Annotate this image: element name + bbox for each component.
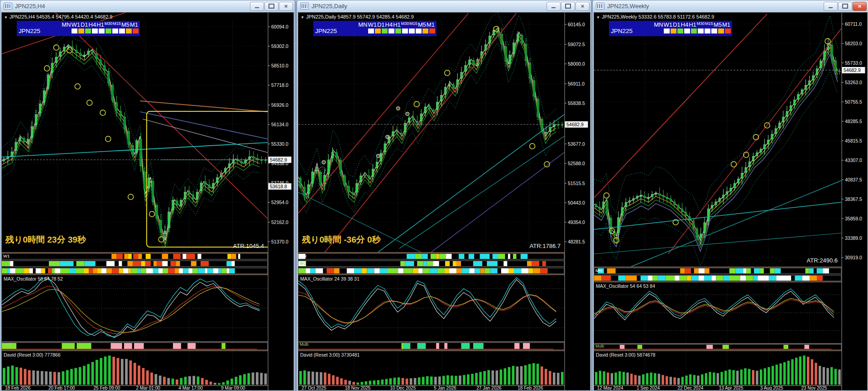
axis-text: 51370.0: [271, 239, 288, 244]
axis-text: 48285.5: [845, 119, 862, 124]
oscillator-label: MAX_Oscillator 58 64 78 52: [4, 276, 63, 281]
tf-m5[interactable]: M5: [121, 21, 129, 28]
tf-status-square[interactable]: [126, 29, 132, 33]
tf-m15[interactable]: M15: [705, 21, 713, 26]
minimize-button[interactable]: [547, 2, 561, 11]
tf-status-square[interactable]: [718, 29, 724, 33]
tf-m15[interactable]: M15: [409, 21, 417, 26]
tf-w1[interactable]: W1: [71, 21, 80, 28]
atr-value: ATR:2490.6: [807, 257, 838, 264]
tf-w1[interactable]: W1: [663, 21, 672, 28]
chart-canvas[interactable]: ⚙⚙⚙⚙⚙óóó1008050200ó4539785257570960145.0…: [298, 13, 589, 390]
tf-m1[interactable]: M1: [427, 21, 435, 28]
chart-body: ⚙⚙⚙⚙⚙óóó1008050200ó4539785257570960145.0…: [298, 12, 590, 391]
axis-text: 55838.5: [568, 100, 585, 106]
tf-mn[interactable]: MN: [62, 21, 71, 28]
signal-circle-icon: [414, 101, 419, 107]
timeframe-panel: MNW1D1H4H1M30M15M5M1 JPN225: [313, 21, 436, 36]
restore-button[interactable]: [264, 2, 278, 11]
axis-text: 10 Dec 2025: [390, 386, 416, 390]
axis-text: 50755.5: [845, 99, 862, 105]
tf-status-square[interactable]: [92, 29, 98, 33]
tf-status-square[interactable]: [133, 29, 139, 33]
tf-status-square[interactable]: [684, 29, 690, 33]
tf-m5[interactable]: M5: [714, 21, 722, 28]
tf-h4[interactable]: H4: [681, 21, 689, 28]
close-button[interactable]: ×: [853, 2, 867, 11]
gear-marker-icon: ⚙: [321, 159, 326, 166]
axis-text: 2 Mar 01:00: [136, 386, 160, 390]
close-button[interactable]: ×: [279, 2, 293, 11]
tf-m30[interactable]: M30: [105, 21, 113, 26]
titlebar[interactable]: JPN225,Daily ×: [297, 0, 591, 12]
tf-h1[interactable]: H1: [96, 21, 104, 28]
tf-status-square[interactable]: [368, 29, 374, 33]
tf-h1[interactable]: H1: [393, 21, 401, 28]
tf-status-square[interactable]: [422, 29, 428, 33]
tf-status-square[interactable]: [416, 29, 422, 33]
signal-circle-icon: [75, 84, 80, 89]
restore-button[interactable]: [561, 2, 575, 11]
tf-status-square[interactable]: [106, 29, 111, 33]
close-icon: ×: [858, 3, 862, 10]
tf-status-square[interactable]: [112, 29, 118, 33]
chart-window-icon: [4, 3, 12, 10]
tf-status-square[interactable]: [78, 29, 84, 33]
tf-w1[interactable]: W1: [368, 21, 377, 28]
ohlc-header[interactable]: ▼JPN225,Weekly 53332.6 55783.8 51172.6 5…: [596, 14, 714, 19]
tf-m15[interactable]: M15: [113, 21, 121, 26]
tf-h1[interactable]: H1: [689, 21, 696, 28]
axis-text: 49354.0: [568, 219, 585, 225]
axis-text: 60145.0: [568, 22, 585, 27]
close-button[interactable]: ×: [575, 2, 590, 11]
tf-status-square[interactable]: [429, 29, 435, 33]
chart-canvas[interactable]: óóó1008050200ó118856960769560094.059302.…: [2, 13, 293, 390]
window-jpn225-daily: JPN225,Daily × ⚙⚙⚙⚙⚙óóó1008050200ó453978…: [297, 0, 592, 391]
tf-status-square[interactable]: [705, 29, 710, 33]
restore-button[interactable]: [838, 2, 852, 11]
signal-circle-icon: [53, 45, 59, 50]
chart-canvas[interactable]: óó1008050200ó774258022309960711.058203.0…: [594, 13, 866, 390]
axis-text: 48281.5: [568, 239, 585, 244]
tf-status-square[interactable]: [375, 29, 381, 33]
tf-m1[interactable]: M1: [722, 21, 730, 28]
minimize-button[interactable]: [824, 2, 838, 11]
axis-text: 55330.0: [271, 141, 288, 147]
tf-status-square[interactable]: [402, 29, 408, 33]
signal-circle-icon: [44, 66, 50, 71]
tf-status-square[interactable]: [119, 29, 125, 33]
tf-mn[interactable]: MN: [654, 21, 663, 28]
tf-m30[interactable]: M30: [697, 21, 705, 26]
tf-status-square[interactable]: [388, 29, 394, 33]
tf-status-square[interactable]: [698, 29, 704, 33]
tf-h4[interactable]: H4: [385, 21, 393, 28]
tf-m5[interactable]: M5: [418, 21, 426, 28]
tf-status-square[interactable]: [725, 29, 731, 33]
axis-text: 9 Mar 09:00: [221, 386, 245, 390]
tf-status-square[interactable]: [664, 29, 670, 33]
tf-status-square[interactable]: [99, 29, 105, 33]
ohlc-header[interactable]: ▼JPN225,H4 54535.4 54795.4 54420.4 54682…: [4, 14, 112, 19]
tf-status-square[interactable]: [85, 29, 91, 33]
signal-circle-icon: [445, 70, 450, 76]
tf-status-square[interactable]: [395, 29, 401, 33]
titlebar[interactable]: JPN225,Weekly ×: [593, 0, 868, 12]
ohlc-header[interactable]: ▼JPN225,Daily 54857.9 55742.9 54285.4 54…: [301, 14, 414, 19]
minimize-button[interactable]: [250, 2, 264, 11]
tf-status-square[interactable]: [711, 29, 717, 33]
tf-d1[interactable]: D1: [673, 21, 681, 28]
tf-m1[interactable]: M1: [130, 21, 138, 28]
tf-d1[interactable]: D1: [81, 21, 88, 28]
titlebar[interactable]: JPN225,H4 ×: [0, 0, 295, 12]
axis-text: 27 Oct 2025: [302, 386, 326, 390]
tf-status-square[interactable]: [409, 29, 415, 33]
tf-status-square[interactable]: [382, 29, 388, 33]
tf-h4[interactable]: H4: [89, 21, 96, 28]
tf-status-square[interactable]: [677, 29, 683, 33]
tf-d1[interactable]: D1: [377, 21, 385, 28]
tf-mn[interactable]: MN: [358, 21, 367, 28]
tf-status-square[interactable]: [671, 29, 676, 33]
tf-m30[interactable]: M30: [401, 21, 409, 26]
tf-status-square[interactable]: [691, 29, 697, 33]
tf-status-square[interactable]: [72, 29, 77, 33]
